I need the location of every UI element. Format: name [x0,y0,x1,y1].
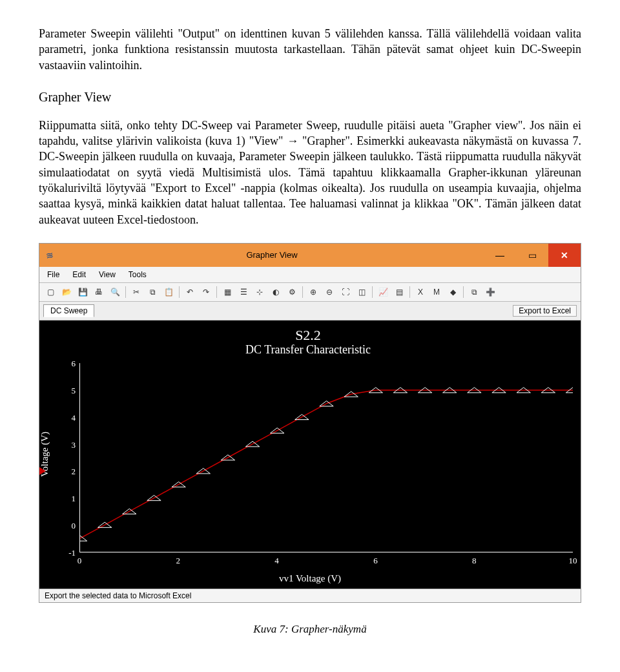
bw-icon[interactable]: ◐ [269,285,283,299]
new-icon[interactable]: ▢ [43,285,57,299]
properties-icon[interactable]: ⚙ [285,285,299,299]
chart-canvas[interactable] [79,363,573,552]
zoom-area-icon[interactable]: ◫ [355,285,369,299]
undo-icon[interactable]: ↶ [183,285,197,299]
print-icon[interactable]: 🖶 [92,285,106,299]
zoom-fit-icon[interactable]: ⛶ [338,285,353,299]
y-tick: 6 [64,359,76,367]
menu-view[interactable]: View [98,269,117,280]
toolbar-sep [463,286,464,298]
chart-subtitle: DC Transfer Characteristic [43,344,573,355]
y-tick: 1 [64,494,76,503]
export-labview-icon[interactable]: ◆ [446,285,460,299]
tab-dc-sweep[interactable]: DC Sweep [43,304,94,317]
app-icon: ≋ [39,244,60,267]
menu-edit[interactable]: Edit [71,269,87,280]
y-tick: 2 [64,467,76,476]
paragraph-1: Parameter Sweepin välilehti "Output" on … [39,26,581,73]
x-tick: 2 [176,556,181,565]
y-tick: 0 [64,521,76,530]
chart-icon[interactable]: 📈 [376,285,390,299]
toolbar-sep [216,286,217,298]
toolbar-sep [372,286,373,298]
toolbar-sep [179,286,180,298]
toolbar: ▢ 📂 💾 🖶 🔍 ✂ ⧉ 📋 ↶ ↷ ▦ ☰ ⊹ ◐ ⚙ ⊕ ⊖ ⛶ ◫ 📈 … [39,283,581,302]
minimize-button[interactable]: — [484,244,516,267]
x-tick: 6 [373,556,378,565]
toolbar-sep [302,286,303,298]
trace-marker-icon [39,467,46,475]
y-tick: 4 [64,413,76,421]
window-buttons: — ▭ ✕ [484,244,581,267]
data-trace [80,390,573,538]
legend-icon[interactable]: ☰ [236,285,251,299]
menu-file[interactable]: File [46,269,61,280]
window-titlebar: ≋ Grapher View — ▭ ✕ [39,244,581,267]
save-icon[interactable]: 💾 [76,285,90,299]
preview-icon[interactable]: 🔍 [108,285,122,299]
x-tick: 10 [569,556,577,565]
overlay-icon[interactable]: ⧉ [467,285,481,299]
copy-icon[interactable]: ⧉ [145,285,160,299]
close-button[interactable]: ✕ [548,244,581,267]
zoom-out-icon[interactable]: ⊖ [322,285,336,299]
menu-bar: File Edit View Tools [39,267,581,283]
open-icon[interactable]: 📂 [59,285,74,299]
tab-row: DC Sweep Export to Excel [39,302,581,320]
x-tick: 8 [472,556,477,565]
chart-title: S2.2 [43,326,573,342]
x-axis-label: vv1 Voltage (V) [279,574,341,583]
redo-icon[interactable]: ↷ [199,285,213,299]
y-tick: -1 [64,548,76,556]
y-tick: 3 [64,440,76,448]
status-bar: Export the selected data to Microsoft Ex… [39,589,581,602]
export-mathcad-icon[interactable]: M [429,285,444,299]
cursor-icon[interactable]: ⊹ [253,285,267,299]
add-trace-icon[interactable]: ➕ [483,285,497,299]
export-excel-icon[interactable]: X [413,285,428,299]
window-title: Grapher View [60,244,484,267]
toolbar-sep [409,286,410,298]
x-tick: 0 [78,556,82,565]
section-heading: Grapher View [39,89,581,106]
zoom-in-icon[interactable]: ⊕ [306,285,320,299]
figure-caption: Kuva 7: Grapher-näkymä [39,622,581,637]
wave-icon: ≋ [45,250,54,260]
y-tick: 5 [64,386,76,394]
paste-icon[interactable]: 📋 [161,285,176,299]
menu-tools[interactable]: Tools [127,269,148,280]
grid-icon[interactable]: ▦ [220,285,234,299]
maximize-button[interactable]: ▭ [516,244,548,267]
toolbar-sep [125,286,126,298]
table-icon[interactable]: ▤ [392,285,406,299]
x-tick: 4 [274,556,279,565]
export-to-excel-tooltip: Export to Excel [513,305,577,317]
grapher-window: ≋ Grapher View — ▭ ✕ File Edit View Tool… [39,243,581,603]
paragraph-2: Riippumatta siitä, onko tehty DC-Sweep v… [39,118,581,227]
plot-area: S2.2 DC Transfer Characteristic Voltage … [39,320,581,589]
cut-icon[interactable]: ✂ [129,285,143,299]
